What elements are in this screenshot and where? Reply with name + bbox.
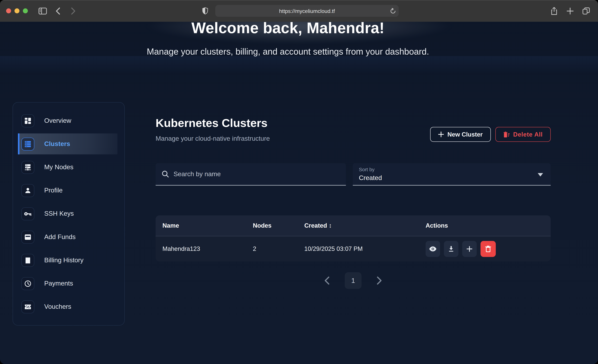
- tab-overview-icon[interactable]: [581, 5, 592, 17]
- column-header-created[interactable]: Created ↕: [304, 222, 426, 229]
- column-header-nodes: Nodes: [253, 222, 304, 229]
- clusters-panel: Kubernetes Clusters Manage your cloud-na…: [156, 102, 550, 325]
- cluster-nodes-cell: 2: [253, 246, 304, 252]
- view-cluster-button[interactable]: [425, 241, 440, 257]
- new-cluster-label: New Cluster: [448, 131, 483, 138]
- person-icon: [21, 184, 34, 197]
- search-input[interactable]: [174, 170, 340, 178]
- sidebar-item-clusters[interactable]: Clusters: [13, 132, 124, 156]
- wallet-icon: [21, 231, 34, 243]
- sidebar-item-label: My Nodes: [44, 163, 74, 171]
- search-icon: [162, 170, 169, 178]
- plus-icon: [466, 246, 473, 252]
- privacy-shield-icon[interactable]: [199, 5, 211, 17]
- cluster-name-cell: Mahendra123: [163, 246, 253, 252]
- welcome-title: Welcome back, Mahendra!: [0, 22, 598, 37]
- page-number-button[interactable]: 1: [345, 272, 361, 289]
- chevron-down-icon: [538, 173, 543, 176]
- table-row: Mahendra123 2 10/29/2025 03:07 PM: [156, 236, 550, 262]
- welcome-subtitle: Manage your clusters, billing, and accou…: [0, 46, 598, 57]
- next-page-button[interactable]: [377, 276, 382, 285]
- sidebar-toggle-icon[interactable]: [37, 5, 49, 17]
- dashboard-icon: [21, 114, 34, 127]
- page-subtitle: Manage your cloud-native infrastructure: [156, 135, 270, 142]
- receipt-icon: [21, 254, 34, 267]
- sort-dropdown[interactable]: Sort by Created: [353, 163, 551, 186]
- clock-icon: [21, 277, 34, 290]
- trash-list-icon: [503, 131, 510, 138]
- sidebar-item-label: Overview: [44, 117, 71, 124]
- minimize-window-button[interactable]: [14, 8, 19, 13]
- clusters-table: Name Nodes Created ↕ Actions Mahendra123…: [156, 215, 550, 261]
- sidebar-item-add-funds[interactable]: Add Funds: [13, 225, 124, 248]
- sidebar-item-label: Clusters: [44, 140, 70, 148]
- sidebar-item-label: SSH Keys: [44, 210, 74, 217]
- delete-all-button[interactable]: Delete All: [495, 127, 551, 142]
- trash-icon: [485, 246, 491, 252]
- search-field[interactable]: [156, 163, 346, 186]
- sidebar-item-ssh-keys[interactable]: SSH Keys: [13, 202, 124, 225]
- sidebar-item-label: Vouchers: [44, 303, 71, 311]
- add-node-button[interactable]: [462, 241, 477, 257]
- eye-icon: [429, 246, 437, 251]
- sidebar-item-label: Add Funds: [44, 233, 76, 241]
- column-header-name: Name: [163, 222, 253, 229]
- sidebar-item-payments[interactable]: Payments: [13, 272, 124, 295]
- download-kubeconfig-button[interactable]: [444, 241, 458, 257]
- reload-icon[interactable]: [390, 8, 396, 14]
- url-text: https://myceliumcloud.tf: [279, 8, 335, 14]
- download-icon: [448, 246, 454, 252]
- close-window-button[interactable]: [6, 8, 11, 13]
- table-header-row: Name Nodes Created ↕ Actions: [156, 215, 550, 236]
- browser-chrome: https://myceliumcloud.tf: [0, 0, 598, 22]
- key-icon: [21, 207, 34, 220]
- sidebar-item-profile[interactable]: Profile: [13, 179, 124, 202]
- address-bar[interactable]: https://myceliumcloud.tf: [215, 5, 399, 17]
- zoom-window-button[interactable]: [23, 8, 28, 13]
- sidebar-item-billing-history[interactable]: Billing History: [13, 248, 124, 272]
- new-cluster-button[interactable]: New Cluster: [430, 127, 491, 142]
- sidebar-nav: Overview Clusters: [13, 102, 125, 325]
- browser-window: https://myceliumcloud.tf: [0, 0, 598, 364]
- plus-icon: [438, 132, 444, 137]
- delete-all-label: Delete All: [513, 131, 543, 138]
- sort-selected-value: Created: [359, 174, 545, 182]
- sidebar-item-vouchers[interactable]: Vouchers: [13, 295, 124, 318]
- welcome-hero: Welcome back, Mahendra! Manage your clus…: [0, 22, 598, 102]
- forward-button[interactable]: [67, 5, 79, 17]
- previous-page-button[interactable]: [324, 276, 329, 285]
- delete-cluster-button[interactable]: [481, 241, 496, 257]
- sidebar-item-label: Profile: [44, 187, 63, 194]
- cluster-created-cell: 10/29/2025 03:07 PM: [304, 246, 426, 252]
- back-button[interactable]: [52, 5, 64, 17]
- sidebar-item-label: Billing History: [44, 256, 84, 264]
- voucher-icon: [21, 300, 34, 313]
- sidebar-item-label: Payments: [44, 280, 73, 287]
- node-network-icon: [21, 161, 34, 174]
- server-stack-icon: [21, 137, 34, 150]
- row-actions: [425, 241, 551, 257]
- page-title: Kubernetes Clusters: [156, 117, 270, 130]
- share-icon[interactable]: [548, 5, 560, 17]
- sidebar-item-my-nodes[interactable]: My Nodes: [13, 156, 124, 179]
- sort-arrows-icon[interactable]: ↕: [329, 222, 332, 229]
- pagination: 1: [156, 272, 550, 289]
- sort-label: Sort by: [359, 166, 545, 172]
- traffic-lights: [6, 8, 28, 13]
- new-tab-icon[interactable]: [565, 5, 576, 17]
- column-header-actions: Actions: [425, 222, 551, 229]
- sidebar-item-overview[interactable]: Overview: [13, 109, 124, 132]
